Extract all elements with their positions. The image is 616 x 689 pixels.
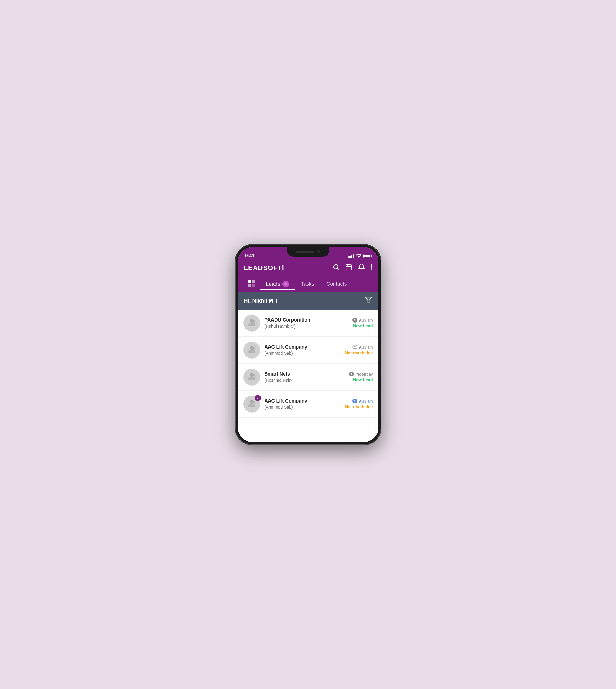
calendar-icon[interactable] [345, 263, 352, 273]
avatar-icon [247, 318, 257, 328]
svg-rect-11 [248, 284, 251, 287]
tab-leads[interactable]: Leads 5 [260, 278, 295, 290]
tab-contacts[interactable]: Contacts [320, 279, 353, 290]
status-time: 9:41 [245, 253, 255, 259]
lead-time-row: f 9:33 am [346, 318, 373, 323]
phone-screen: 9:41 [238, 247, 378, 442]
svg-point-15 [253, 320, 256, 323]
svg-point-7 [371, 266, 372, 268]
avatar-icon [247, 399, 257, 410]
app-logo: LEADSOFTi [244, 264, 284, 272]
lead-status: Not reachable [345, 350, 373, 355]
lead-item[interactable]: PAADU Corporation (Rahul Nambiar) f 9:33… [238, 310, 378, 337]
phone-wrapper: 9:41 [229, 242, 387, 448]
filter-icon[interactable] [365, 296, 372, 305]
signal-icon [348, 254, 354, 258]
svg-rect-2 [346, 265, 351, 270]
tab-dashboard-icon[interactable] [244, 277, 260, 292]
lead-time: 9:33 am [359, 318, 373, 323]
lead-time: Yesterday [355, 372, 373, 376]
lead-time: 9:33 am [359, 345, 373, 349]
lead-avatar [243, 315, 260, 331]
lead-avatar [243, 369, 260, 386]
svg-point-22 [253, 401, 256, 404]
lead-status: New Lead [346, 323, 373, 328]
lead-info: PAADU Corporation (Rahul Nambiar) [265, 317, 342, 328]
tabs: Leads 5 Tasks Contacts [244, 277, 372, 292]
svg-rect-10 [252, 280, 256, 283]
leads-list: PAADU Corporation (Rahul Nambiar) f 9:33… [238, 310, 378, 442]
lead-contact: (Reshma Nair) [265, 378, 342, 383]
lead-contact: (Ahmmed Sab) [265, 405, 340, 410]
facebook-icon: f [349, 372, 354, 376]
lead-time-row: f 9:33 am [345, 399, 373, 404]
svg-line-1 [337, 268, 339, 270]
email-icon [352, 345, 357, 349]
lead-contact: (Ahmmed Sab) [265, 351, 340, 356]
svg-point-6 [371, 264, 372, 265]
lead-time: 9:33 am [359, 399, 373, 404]
notch-camera [317, 251, 320, 253]
greeting-bar: Hi, Nikhil M T [238, 292, 378, 310]
app-header: LEADSOFTi [238, 260, 378, 292]
phone-frame: 9:41 [236, 245, 381, 445]
lead-meta: f 9:33 am Not reachable [345, 399, 373, 409]
lead-status: New Lead [346, 378, 373, 382]
lead-info: AAC Lift Company (Ahmmed Sab) [265, 398, 340, 410]
lead-contact: (Rahul Nambiar) [265, 324, 342, 328]
svg-point-17 [253, 347, 256, 350]
header-top: LEADSOFTi [244, 263, 372, 273]
tab-tasks[interactable]: Tasks [295, 279, 320, 290]
status-icons [348, 253, 371, 259]
lead-time-row: 9:33 am [345, 345, 373, 349]
lead-info: Smart Nets (Reshma Nair) [265, 371, 342, 383]
avatar-badge: 2 [255, 395, 261, 401]
leads-badge: 5 [282, 281, 289, 287]
notch [287, 247, 329, 257]
facebook-icon: f [352, 318, 357, 323]
svg-point-8 [371, 268, 372, 270]
more-icon[interactable] [371, 263, 372, 273]
greeting-text: Hi, Nikhil M T [244, 298, 278, 304]
svg-marker-13 [365, 297, 372, 303]
lead-avatar [243, 342, 260, 359]
svg-rect-9 [248, 280, 251, 283]
svg-point-20 [253, 374, 256, 377]
svg-rect-12 [252, 284, 256, 287]
lead-company: AAC Lift Company [265, 398, 340, 404]
lead-item[interactable]: 2 AAC Lift Company (Ahmmed Sab) f 9:33 a… [238, 391, 378, 418]
lead-company: AAC Lift Company [265, 344, 340, 350]
lead-status: Not reachable [345, 404, 373, 409]
wifi-icon [356, 253, 361, 259]
lead-info: AAC Lift Company (Ahmmed Sab) [265, 344, 340, 356]
avatar-icon [247, 345, 257, 356]
lead-time-row: f Yesterday [346, 372, 373, 376]
avatar-icon [247, 372, 257, 383]
facebook-icon: f [352, 399, 357, 404]
lead-company: PAADU Corporation [265, 317, 342, 323]
lead-avatar: 2 [243, 395, 260, 412]
lead-item[interactable]: AAC Lift Company (Ahmmed Sab) [238, 337, 378, 364]
battery-icon [363, 254, 371, 258]
lead-meta: f Yesterday New Lead [346, 372, 373, 382]
lead-meta: 9:33 am Not reachable [345, 345, 373, 355]
search-icon[interactable] [332, 263, 340, 273]
bell-icon[interactable] [358, 263, 365, 273]
lead-meta: f 9:33 am New Lead [346, 318, 373, 328]
screen-content: 9:41 [238, 247, 378, 442]
header-icons [332, 263, 372, 273]
lead-item[interactable]: Smart Nets (Reshma Nair) f Yesterday New… [238, 364, 378, 391]
lead-company: Smart Nets [265, 371, 342, 377]
notch-speaker [296, 251, 314, 253]
